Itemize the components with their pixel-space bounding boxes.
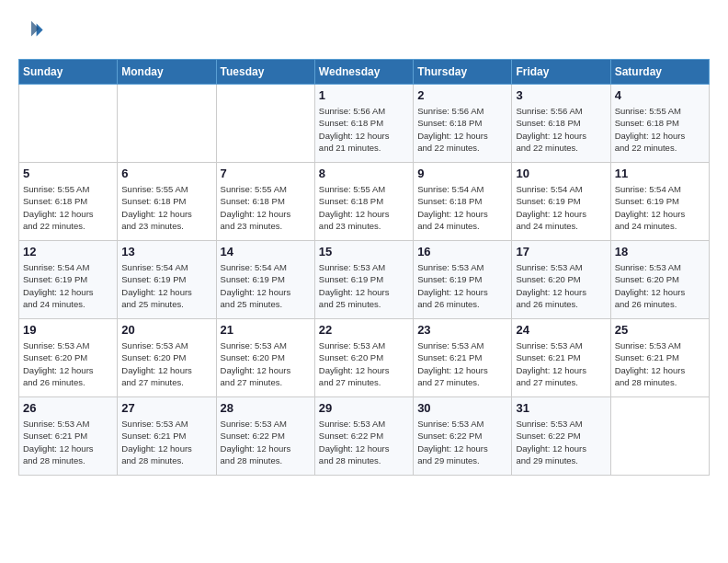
calendar-cell: 13Sunrise: 5:54 AM Sunset: 6:19 PM Dayli… [118,241,216,319]
day-header-tuesday: Tuesday [216,60,314,85]
day-number: 31 [516,401,606,415]
calendar-week-2: 5Sunrise: 5:55 AM Sunset: 6:18 PM Daylig… [19,163,710,241]
calendar-cell [118,85,216,163]
day-number: 28 [221,401,311,415]
day-number: 25 [615,323,705,337]
calendar-week-5: 26Sunrise: 5:53 AM Sunset: 6:21 PM Dayli… [19,397,710,476]
calendar-table: SundayMondayTuesdayWednesdayThursdayFrid… [18,59,710,476]
calendar-cell: 14Sunrise: 5:54 AM Sunset: 6:19 PM Dayli… [216,241,314,319]
calendar-cell: 20Sunrise: 5:53 AM Sunset: 6:20 PM Dayli… [118,319,216,397]
day-number: 15 [319,245,409,259]
day-number: 23 [417,323,507,337]
day-info: Sunrise: 5:53 AM Sunset: 6:21 PM Dayligh… [121,418,211,466]
calendar-cell: 28Sunrise: 5:53 AM Sunset: 6:22 PM Dayli… [216,397,314,476]
calendar-cell: 10Sunrise: 5:54 AM Sunset: 6:19 PM Dayli… [512,163,610,241]
calendar-cell: 21Sunrise: 5:53 AM Sunset: 6:20 PM Dayli… [216,319,314,397]
day-info: Sunrise: 5:55 AM Sunset: 6:18 PM Dayligh… [319,183,409,232]
calendar-cell: 4Sunrise: 5:55 AM Sunset: 6:18 PM Daylig… [610,85,709,163]
calendar-cell: 17Sunrise: 5:53 AM Sunset: 6:20 PM Dayli… [512,241,610,319]
day-info: Sunrise: 5:53 AM Sunset: 6:22 PM Dayligh… [221,418,311,466]
day-header-wednesday: Wednesday [314,60,413,85]
day-info: Sunrise: 5:53 AM Sunset: 6:20 PM Dayligh… [121,339,211,388]
day-number: 27 [121,401,211,415]
day-number: 26 [23,401,113,415]
calendar-cell: 15Sunrise: 5:53 AM Sunset: 6:19 PM Dayli… [314,241,413,319]
calendar-cell: 25Sunrise: 5:53 AM Sunset: 6:21 PM Dayli… [610,319,709,397]
calendar-cell: 22Sunrise: 5:53 AM Sunset: 6:20 PM Dayli… [314,319,413,397]
calendar-cell [610,397,709,476]
day-info: Sunrise: 5:54 AM Sunset: 6:19 PM Dayligh… [121,261,211,310]
day-number: 10 [516,167,606,180]
day-number: 4 [615,88,705,102]
day-info: Sunrise: 5:54 AM Sunset: 6:19 PM Dayligh… [221,261,311,310]
day-number: 14 [221,245,311,259]
day-info: Sunrise: 5:54 AM Sunset: 6:18 PM Dayligh… [417,183,507,232]
day-info: Sunrise: 5:56 AM Sunset: 6:18 PM Dayligh… [516,105,606,154]
day-number: 5 [23,167,113,180]
calendar-cell: 30Sunrise: 5:53 AM Sunset: 6:22 PM Dayli… [414,397,512,476]
calendar-cell: 16Sunrise: 5:53 AM Sunset: 6:19 PM Dayli… [414,241,512,319]
day-info: Sunrise: 5:53 AM Sunset: 6:20 PM Dayligh… [23,339,113,388]
day-info: Sunrise: 5:53 AM Sunset: 6:20 PM Dayligh… [221,339,311,388]
calendar-cell: 26Sunrise: 5:53 AM Sunset: 6:21 PM Dayli… [19,397,118,476]
day-info: Sunrise: 5:53 AM Sunset: 6:21 PM Dayligh… [615,339,705,388]
day-number: 19 [23,323,113,337]
day-number: 30 [417,401,507,415]
day-info: Sunrise: 5:53 AM Sunset: 6:19 PM Dayligh… [417,261,507,310]
day-number: 6 [121,167,211,180]
day-number: 18 [615,245,705,259]
calendar-cell [19,85,118,163]
day-info: Sunrise: 5:54 AM Sunset: 6:19 PM Dayligh… [23,261,113,310]
page-header [18,18,710,44]
day-info: Sunrise: 5:55 AM Sunset: 6:18 PM Dayligh… [121,183,211,232]
day-header-saturday: Saturday [610,60,709,85]
day-number: 9 [417,167,507,180]
calendar-cell: 23Sunrise: 5:53 AM Sunset: 6:21 PM Dayli… [414,319,512,397]
day-info: Sunrise: 5:53 AM Sunset: 6:20 PM Dayligh… [319,339,409,388]
day-number: 21 [221,323,311,337]
calendar-week-4: 19Sunrise: 5:53 AM Sunset: 6:20 PM Dayli… [19,319,710,397]
day-number: 24 [516,323,606,337]
calendar-cell: 5Sunrise: 5:55 AM Sunset: 6:18 PM Daylig… [19,163,118,241]
calendar-cell: 19Sunrise: 5:53 AM Sunset: 6:20 PM Dayli… [19,319,118,397]
day-info: Sunrise: 5:53 AM Sunset: 6:22 PM Dayligh… [417,418,507,466]
day-number: 22 [319,323,409,337]
day-info: Sunrise: 5:53 AM Sunset: 6:20 PM Dayligh… [615,261,705,310]
calendar-cell: 7Sunrise: 5:55 AM Sunset: 6:18 PM Daylig… [216,163,314,241]
day-number: 20 [121,323,211,337]
day-info: Sunrise: 5:53 AM Sunset: 6:19 PM Dayligh… [319,261,409,310]
page-wrapper: SundayMondayTuesdayWednesdayThursdayFrid… [18,18,710,476]
day-header-friday: Friday [512,60,610,85]
day-info: Sunrise: 5:53 AM Sunset: 6:21 PM Dayligh… [417,339,507,388]
day-info: Sunrise: 5:53 AM Sunset: 6:21 PM Dayligh… [516,339,606,388]
day-number: 8 [319,167,409,180]
day-info: Sunrise: 5:56 AM Sunset: 6:18 PM Dayligh… [417,105,507,154]
day-number: 1 [319,88,409,102]
calendar-cell: 6Sunrise: 5:55 AM Sunset: 6:18 PM Daylig… [118,163,216,241]
day-number: 13 [121,245,211,259]
calendar-cell: 31Sunrise: 5:53 AM Sunset: 6:22 PM Dayli… [512,397,610,476]
day-header-thursday: Thursday [414,60,512,85]
day-number: 7 [221,167,311,180]
day-info: Sunrise: 5:53 AM Sunset: 6:20 PM Dayligh… [516,261,606,310]
day-info: Sunrise: 5:55 AM Sunset: 6:18 PM Dayligh… [221,183,311,232]
calendar-cell: 1Sunrise: 5:56 AM Sunset: 6:18 PM Daylig… [314,85,413,163]
calendar-cell: 12Sunrise: 5:54 AM Sunset: 6:19 PM Dayli… [19,241,118,319]
calendar-cell [216,85,314,163]
day-number: 17 [516,245,606,259]
logo [18,18,48,44]
day-number: 2 [417,88,507,102]
day-info: Sunrise: 5:53 AM Sunset: 6:22 PM Dayligh… [319,418,409,466]
day-header-monday: Monday [118,60,216,85]
day-info: Sunrise: 5:54 AM Sunset: 6:19 PM Dayligh… [516,183,606,232]
day-info: Sunrise: 5:53 AM Sunset: 6:21 PM Dayligh… [23,418,113,466]
calendar-cell: 18Sunrise: 5:53 AM Sunset: 6:20 PM Dayli… [610,241,709,319]
calendar-cell: 24Sunrise: 5:53 AM Sunset: 6:21 PM Dayli… [512,319,610,397]
calendar-cell: 3Sunrise: 5:56 AM Sunset: 6:18 PM Daylig… [512,85,610,163]
day-info: Sunrise: 5:54 AM Sunset: 6:19 PM Dayligh… [615,183,705,232]
calendar-cell: 2Sunrise: 5:56 AM Sunset: 6:18 PM Daylig… [414,85,512,163]
day-info: Sunrise: 5:55 AM Sunset: 6:18 PM Dayligh… [615,105,705,154]
logo-icon [18,18,44,44]
day-info: Sunrise: 5:53 AM Sunset: 6:22 PM Dayligh… [516,418,606,466]
day-number: 16 [417,245,507,259]
